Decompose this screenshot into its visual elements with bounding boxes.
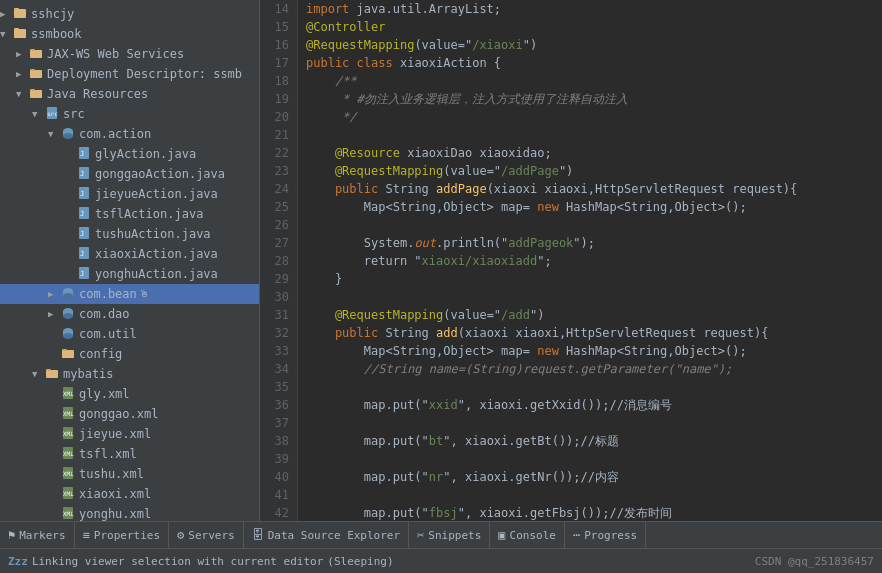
tree-icon-xml: XML: [60, 486, 76, 502]
line-number: 24: [268, 180, 289, 198]
tree-item-com-util[interactable]: com.util: [0, 324, 259, 344]
tree-label-tsfl-xml: tsfl.xml: [79, 445, 137, 463]
tree-item-src[interactable]: ▼srcsrc: [0, 104, 259, 124]
tree-label-xiaoxi-xml: xiaoxi.xml: [79, 485, 151, 503]
tree-icon-package: [60, 326, 76, 342]
tree-item-config[interactable]: config: [0, 344, 259, 364]
tree-item-tushu-xml[interactable]: XMLtushu.xml: [0, 464, 259, 484]
tree-label-ssmbook: ssmbook: [31, 25, 82, 43]
tree-item-sshcjy[interactable]: ▶sshcjy: [0, 4, 259, 24]
token: HashMap<String,Object>();: [566, 344, 747, 358]
tab-icon-progress: ⋯: [573, 528, 580, 542]
svg-text:XML: XML: [63, 470, 74, 477]
tree-item-jax-ws[interactable]: ▶JAX-WS Web Services: [0, 44, 259, 64]
tree-item-tsfl[interactable]: JtsflAction.java: [0, 204, 259, 224]
token: ", xiaoxi.getFbsj());//发布时间: [458, 506, 672, 520]
tab-label-snippets: Snippets: [428, 529, 481, 542]
tree-icon-package: [60, 286, 76, 302]
svg-text:J: J: [80, 210, 84, 218]
tree-item-yonghu[interactable]: JyonghuAction.java: [0, 264, 259, 284]
svg-text:J: J: [80, 250, 84, 258]
token: fbsj: [429, 506, 458, 520]
token: /add: [501, 308, 530, 322]
tree-item-tsfl-xml[interactable]: XMLtsfl.xml: [0, 444, 259, 464]
svg-point-34: [63, 313, 73, 319]
code-content[interactable]: import java.util.ArrayList;@Controller@R…: [298, 0, 882, 521]
token: System.: [306, 236, 414, 250]
tree-item-ssmbook[interactable]: ▼ssmbook: [0, 24, 259, 44]
tab-progress[interactable]: ⋯Progress: [565, 522, 646, 549]
svg-rect-3: [14, 28, 19, 30]
token: xiaoxi/xiaoxiadd: [422, 254, 538, 268]
code-line: map.put("bt", xiaoxi.getBt());//标题: [306, 432, 874, 450]
tree-label-com-bean: com.bean: [79, 285, 137, 303]
tree-item-xiaoxi-xml[interactable]: XMLxiaoxi.xml: [0, 484, 259, 504]
tree-item-yonghu-xml[interactable]: XMLyonghu.xml: [0, 504, 259, 521]
token: @Resource: [306, 146, 407, 160]
tree-item-tushu[interactable]: JtushuAction.java: [0, 224, 259, 244]
tab-snippets[interactable]: ✂Snippets: [409, 522, 490, 549]
status-left: Zzz Linking viewer selection with curren…: [8, 555, 394, 568]
tree-item-mybatis[interactable]: ▼mybatis: [0, 364, 259, 384]
tree-item-deployment[interactable]: ▶Deployment Descriptor: ssmb: [0, 64, 259, 84]
tree-item-jieyue[interactable]: JjieyueAction.java: [0, 184, 259, 204]
line-numbers: 1415161718192021222324252627282930313233…: [260, 0, 298, 521]
token: xiaoxiDao xiaoxidao;: [407, 146, 552, 160]
svg-point-37: [63, 333, 73, 339]
code-editor: 1415161718192021222324252627282930313233…: [260, 0, 882, 521]
code-line: public class xiaoxiAction {: [306, 54, 874, 72]
tree-icon-folder: [28, 46, 44, 62]
code-line: @Controller: [306, 18, 874, 36]
tree-arrow-java-resources: ▼: [16, 85, 28, 103]
tree-item-gonggao-xml[interactable]: XMLgonggao.xml: [0, 404, 259, 424]
token: (value=": [414, 38, 472, 52]
token: /xiaoxi: [472, 38, 523, 52]
token: map.put(": [306, 398, 429, 412]
tree-arrow-src: ▼: [32, 105, 44, 123]
tab-properties[interactable]: ≡Properties: [75, 522, 169, 549]
token: @RequestMapping: [306, 164, 443, 178]
tree-icon-project: [12, 6, 28, 22]
tab-icon-markers: ⚑: [8, 528, 15, 542]
tree-item-gonggao[interactable]: JgonggaoAction.java: [0, 164, 259, 184]
status-zzz: Zzz: [8, 555, 28, 568]
tree-item-com-action[interactable]: ▼com.action: [0, 124, 259, 144]
line-number: 41: [268, 486, 289, 504]
svg-text:src: src: [47, 110, 58, 117]
tab-console[interactable]: ▣Console: [490, 522, 565, 549]
tree-item-com-dao[interactable]: ▶com.dao: [0, 304, 259, 324]
tree-icon-folder: [44, 366, 60, 382]
tree-item-gly[interactable]: JglyAction.java: [0, 144, 259, 164]
line-number: 18: [268, 72, 289, 90]
code-line: map.put("fbsj", xiaoxi.getFbsj());//发布时间: [306, 504, 874, 521]
tree-item-java-resources[interactable]: ▼Java Resources: [0, 84, 259, 104]
tab-markers[interactable]: ⚑Markers: [0, 522, 75, 549]
tab-label-properties: Properties: [94, 529, 160, 542]
code-line: map.put("nr", xiaoxi.getNr());//内容: [306, 468, 874, 486]
line-number: 14: [268, 0, 289, 18]
tab-servers[interactable]: ⚙Servers: [169, 522, 244, 549]
token: * #勿注入业务逻辑层，注入方式使用了注释自动注入: [306, 92, 628, 106]
tree-icon-java: J: [76, 266, 92, 282]
tree-label-sshcjy: sshcjy: [31, 5, 74, 23]
tree-icon-folder: [28, 86, 44, 102]
code-line: return "xiaoxi/xiaoxiadd";: [306, 252, 874, 270]
token: nr: [429, 470, 443, 484]
tab-label-datasource-explorer: Data Source Explorer: [268, 529, 400, 542]
code-line: }: [306, 270, 874, 288]
token: @Controller: [306, 20, 385, 34]
svg-text:J: J: [80, 270, 84, 278]
token: (value=": [443, 308, 501, 322]
tree-item-gly-xml[interactable]: XMLgly.xml: [0, 384, 259, 404]
tab-label-progress: Progress: [584, 529, 637, 542]
tree-arrow-com-bean: ▶: [48, 285, 60, 303]
token: ");: [573, 236, 595, 250]
tab-datasource-explorer[interactable]: 🗄Data Source Explorer: [244, 522, 409, 549]
watermark: CSDN @qq_251836457: [755, 555, 874, 568]
line-number: 25: [268, 198, 289, 216]
code-line: [306, 486, 874, 504]
tree-item-jieyue-xml[interactable]: XMLjieyue.xml: [0, 424, 259, 444]
tree-item-xiaoxi[interactable]: JxiaoxiAction.java: [0, 244, 259, 264]
svg-rect-0: [14, 9, 26, 18]
tree-item-com-bean[interactable]: ▶com.bean🖱: [0, 284, 259, 304]
